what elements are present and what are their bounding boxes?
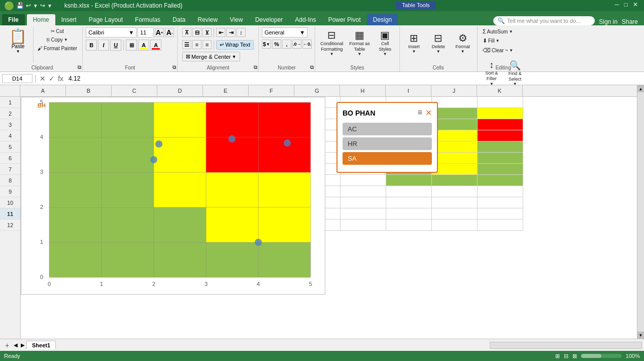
wrap-text-button[interactable]: ↵ Wrap Text [216,40,254,50]
filter-clear-btn[interactable]: ✕ [425,108,432,118]
font-size-decrease-btn[interactable]: A- [165,28,174,37]
align-top-button[interactable]: ⊼ [182,28,191,37]
align-right-button[interactable]: ≡ [202,40,212,49]
decimal-increase-btn[interactable]: .0→ [292,40,301,49]
col-header-f[interactable]: F [249,85,294,96]
cell-K3[interactable] [478,119,523,130]
col-header-i[interactable]: I [386,85,431,96]
row-num-9[interactable]: 9 [0,186,20,197]
new-sheet-btn[interactable]: + [2,340,12,350]
conditional-formatting-btn[interactable]: ⊟ ConditionalFormatting ▼ [318,27,345,58]
cell-K7[interactable] [478,164,523,175]
align-left-button[interactable]: ☰ [182,40,191,49]
decimal-decrease-btn[interactable]: ←0. [302,40,312,49]
col-header-j[interactable]: J [431,85,477,96]
cell-J10[interactable] [432,197,478,208]
alignment-expand-btn[interactable]: ⧉ [254,64,257,70]
cell-K10[interactable] [478,197,523,208]
cell-H12[interactable] [341,220,386,231]
sheet-tab-active[interactable]: Sheet1 [26,341,56,349]
tab-file[interactable]: File [2,14,25,25]
autosum-btn[interactable]: Σ AutoSum ▼ [481,27,515,35]
cell-J12[interactable] [432,220,478,231]
cell-H10[interactable] [341,197,386,208]
insert-cell-btn[interactable]: ⊞ Insert ▼ [403,27,425,58]
filter-item-sa[interactable]: SA [343,152,432,165]
quick-access-undo-arrow[interactable]: ▼ [33,3,38,9]
cell-H9[interactable] [341,186,386,197]
row-num-5[interactable]: 5 [0,141,20,153]
tab-view[interactable]: View [224,14,249,25]
horizontal-scrollbar[interactable] [490,342,642,349]
cell-J8[interactable] [432,175,478,186]
cell-I8[interactable] [386,175,432,186]
quick-access-save[interactable]: 💾 [16,2,24,9]
font-color-button[interactable]: A [150,40,161,51]
text-direction-btn[interactable]: ↕ [236,28,246,37]
col-header-b[interactable]: B [66,85,112,96]
quick-access-redo[interactable]: ↪ [40,2,45,9]
number-expand-btn[interactable]: ⧉ [310,64,314,70]
quick-access-undo[interactable]: ↩ [26,2,31,9]
tab-developer[interactable]: Developer [249,14,289,25]
align-bottom-button[interactable]: ⊻ [202,28,212,37]
tab-data[interactable]: Data [166,14,191,25]
delete-cell-btn[interactable]: ⊟ Delete ▼ [427,27,450,58]
filter-item-ac[interactable]: AC [343,123,432,135]
scroll-up-btn[interactable]: ▲ [637,85,645,92]
cell-K6[interactable] [478,153,523,164]
cell-K9[interactable] [478,186,523,197]
row-num-1[interactable]: 1 [0,97,20,108]
cell-J7[interactable] [432,164,478,175]
fill-btn[interactable]: ⬇ Fill ▼ [481,37,502,45]
cell-H11[interactable] [341,208,386,220]
formula-insert-fn-btn[interactable]: fx [57,75,64,83]
row-num-12[interactable]: 12 [0,220,20,231]
sort-filter-btn[interactable]: ↕ Sort &Filter ▼ [481,58,503,88]
cell-J2[interactable] [432,108,478,119]
tab-home[interactable]: Home [27,14,55,25]
col-header-h[interactable]: H [340,85,386,96]
bold-button[interactable]: B [86,40,97,51]
copy-button[interactable]: ⎘ Copy ▼ [36,36,79,44]
row-num-6[interactable]: 6 [0,153,20,164]
normal-view-btn[interactable]: ⊞ [555,353,560,359]
cell-I12[interactable] [386,220,432,231]
cell-styles-btn[interactable]: ▣ CellStyles ▼ [374,27,396,58]
formula-cancel-btn[interactable]: ✕ [39,75,47,83]
cell-J3[interactable] [432,119,478,130]
font-expand-btn[interactable]: ⧉ [173,64,176,70]
paste-button[interactable]: 📋 Paste ▼ [5,27,31,56]
formula-confirm-btn[interactable]: ✓ [48,75,56,83]
scroll-thumb[interactable] [637,92,645,332]
sign-in-btn[interactable]: Sign in [599,18,618,25]
font-size-selector[interactable]: 11 [138,27,154,38]
sheet-scroll-right[interactable]: ▶ [19,342,26,348]
col-header-d[interactable]: D [157,85,203,96]
number-format-selector[interactable]: General ▼ [262,27,308,38]
cell-K12[interactable] [478,220,523,231]
scroll-down-btn[interactable]: ▼ [637,332,645,339]
align-middle-button[interactable]: ⊟ [192,28,201,37]
sheet-scroll-left[interactable]: ◀ [12,342,19,348]
format-cell-btn[interactable]: ⚙ Format ▼ [452,27,474,58]
cell-K4[interactable] [478,130,523,141]
page-layout-btn[interactable]: ⊟ [564,353,568,359]
col-header-c[interactable]: C [112,85,157,96]
zoom-slider[interactable] [581,354,622,358]
indent-increase-btn[interactable]: ⇥ [226,28,235,37]
row-num-7[interactable]: 7 [0,164,20,175]
quick-access-more[interactable]: ▼ [47,3,52,9]
format-painter-button[interactable]: 🖌 Format Painter [36,45,79,52]
tab-formulas[interactable]: Formulas [129,14,166,25]
border-button[interactable]: ⊞ [126,40,137,51]
percent-btn[interactable]: % [272,40,281,49]
share-btn[interactable]: Share [622,18,638,25]
close-btn[interactable]: ✕ [631,1,640,8]
cell-J5[interactable] [432,141,478,153]
cell-K11[interactable] [478,208,523,220]
tab-insert[interactable]: Insert [55,14,83,25]
cell-I11[interactable] [386,208,432,220]
tab-page-layout[interactable]: Page Layout [83,14,129,25]
formula-input[interactable] [66,74,642,83]
